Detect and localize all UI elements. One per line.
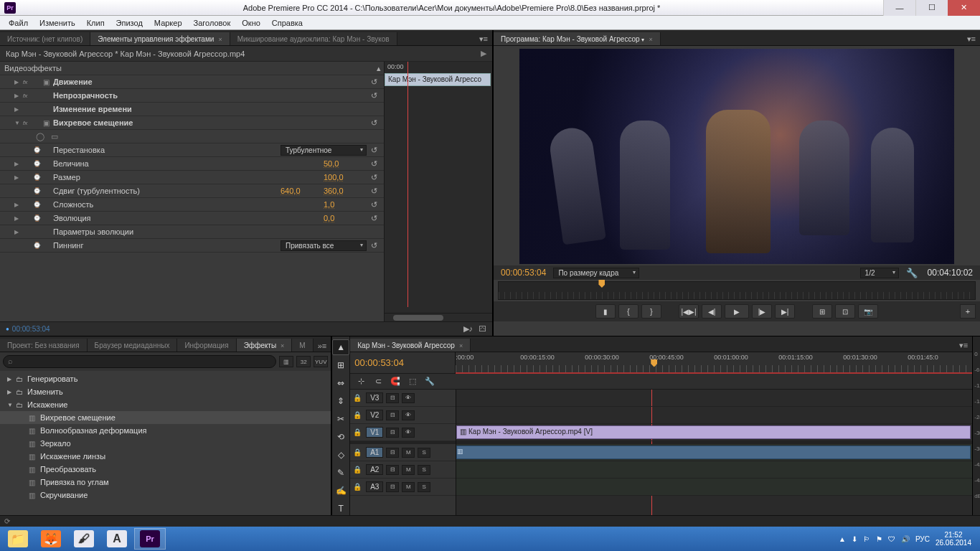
fx-property-row[interactable]: ▶⌚Сложность1,0↺ (0, 198, 384, 212)
tab-media-browser[interactable]: Браузер медиаданных (88, 339, 178, 352)
track-header[interactable]: 🔒A2⊟MS (350, 461, 456, 479)
timeline-lanes[interactable]: ▥ Кар Мэн - Звуковой Агрессор.mp4 [V]▥ (456, 390, 972, 518)
track-lane[interactable]: ▥ Кар Мэн - Звуковой Агрессор.mp4 [V] (456, 424, 972, 441)
fx-property-row[interactable]: ▶⌚Размер100,0↺ (0, 171, 384, 184)
taskbar-clock[interactable]: 21:52 26.06.2014 (936, 531, 971, 547)
tree-item[interactable]: ▶🗀Генерировать (0, 372, 331, 385)
settings-icon[interactable]: 🔧 (423, 376, 436, 387)
fx-property-row[interactable]: ⌚Сдвиг (турбулентность)640,0360,0↺ (0, 184, 384, 198)
pen-tool[interactable]: ◇ (332, 447, 349, 463)
button-editor-icon[interactable]: + (960, 304, 976, 319)
menu-title[interactable]: Заголовок (188, 17, 237, 29)
tab-audio-mixer[interactable]: Микширование аудиоклипа: Кар Мэн - Звуко… (230, 32, 397, 45)
reset-icon[interactable]: ↺ (367, 159, 381, 169)
lock-icon[interactable]: 🔒 (353, 466, 363, 474)
program-scrubber[interactable] (498, 281, 976, 300)
reset-icon[interactable]: ↺ (367, 241, 381, 250)
lock-icon[interactable]: 🔒 (353, 411, 363, 419)
tray-download-icon[interactable]: ⬇ (852, 535, 857, 543)
nest-icon[interactable]: ⊹ (354, 376, 367, 387)
close-icon[interactable]: × (459, 342, 463, 349)
export-frame-button[interactable]: 📷 (858, 304, 878, 319)
fx-mini-timeline[interactable]: 00:00 Кар Мэн - Звуковой Агрессо (384, 62, 492, 321)
track-header[interactable]: 🔒A1⊟MS (350, 444, 456, 461)
tree-item[interactable]: ▶🗀Изменить (0, 385, 331, 398)
extract-button[interactable]: ⊡ (835, 304, 855, 319)
fx-value[interactable]: 360,0 (324, 187, 367, 195)
hand-tool[interactable]: ✎ (332, 465, 349, 481)
32bit-filter-icon[interactable]: 32 (296, 356, 311, 367)
fx-property-row[interactable]: ▶⌚Величина50,0↺ (0, 157, 384, 171)
program-playhead[interactable] (598, 280, 605, 288)
go-to-out-button[interactable]: ▶| (775, 304, 795, 319)
tray-volume-icon[interactable]: 🔊 (901, 535, 910, 543)
eye-icon[interactable]: 👁 (402, 393, 415, 403)
fx-timecode[interactable]: 00:00:53:04 (12, 325, 50, 333)
zoom-fit-dropdown[interactable]: По размеру кадра (553, 268, 639, 278)
tab-project[interactable]: Проект: Без названия (0, 339, 88, 352)
program-video-display[interactable] (519, 49, 954, 264)
program-current-time[interactable]: 00:00:53:04 (498, 267, 549, 278)
fx-property-row[interactable]: ▶⌚Эволюция0,0↺ (0, 212, 384, 225)
zoom-tool[interactable]: ✍ (332, 483, 349, 499)
reset-icon[interactable]: ↺ (367, 214, 381, 223)
go-to-in-button[interactable]: |◀▶| (679, 304, 699, 319)
sync-lock-icon[interactable]: ⊟ (386, 465, 399, 475)
menu-window[interactable]: Окно (236, 17, 266, 29)
panel-menu-icon[interactable]: ▾≡ (963, 33, 980, 45)
rate-stretch-tool[interactable]: ⇕ (332, 393, 349, 409)
tab-sequence[interactable]: Кар Мэн - Звуковой Агрессор× (350, 339, 471, 352)
fx-value[interactable]: 1,0 (324, 200, 367, 209)
fx-value[interactable]: 50,0 (324, 159, 367, 168)
fx-property-row[interactable]: ▼fx▣Вихревое смещение↺ (0, 116, 384, 130)
sync-lock-icon[interactable]: ⊟ (386, 428, 399, 438)
timeline-timecode[interactable]: 00:00:53:04 (354, 357, 455, 368)
fx-value[interactable]: 640,0 (281, 187, 324, 195)
tab-markers[interactable]: М (292, 339, 313, 352)
track-header[interactable]: 🔒V1⊟👁 (350, 424, 456, 441)
menu-marker[interactable]: Маркер (149, 17, 188, 29)
track-select-tool[interactable]: ⊞ (332, 357, 349, 373)
track-header[interactable]: 🔒A3⊟MS (350, 479, 456, 496)
only-keyframes-icon[interactable]: ▶♪ (463, 324, 473, 334)
reset-icon[interactable]: ↺ (367, 91, 381, 100)
sync-lock-icon[interactable]: ⊟ (386, 448, 399, 458)
menu-edit[interactable]: Изменить (34, 17, 81, 29)
reset-icon[interactable]: ↺ (367, 146, 381, 155)
mini-playhead[interactable] (407, 62, 408, 307)
close-button[interactable]: ✕ (948, 0, 980, 16)
close-icon[interactable]: × (218, 36, 222, 43)
language-indicator[interactable]: РУС (915, 535, 930, 543)
fx-value[interactable]: 100,0 (324, 173, 367, 182)
minimize-button[interactable]: — (883, 0, 915, 16)
yuv-filter-icon[interactable]: YUV (314, 356, 328, 367)
menu-sequence[interactable]: Эпизод (110, 17, 149, 29)
ripple-edit-tool[interactable]: ⇔ (332, 375, 349, 391)
close-icon[interactable]: × (281, 342, 284, 349)
chevron-right-icon[interactable]: ▶ (481, 49, 486, 58)
sync-lock-icon[interactable]: ⊟ (386, 482, 399, 492)
fx-value-dropdown[interactable]: Привязать все (281, 240, 367, 251)
fx-property-row[interactable]: ▶Изменение времени (0, 103, 384, 116)
effects-search-input[interactable] (3, 355, 276, 368)
sync-lock-icon[interactable]: ⊟ (386, 410, 399, 420)
tree-item[interactable]: Вихревое смещение (0, 411, 331, 424)
accelerated-filter-icon[interactable]: ▥ (279, 356, 293, 367)
tray-overflow-icon[interactable]: ▲ (839, 535, 846, 543)
taskbar-app-firefox[interactable]: 🦊 (35, 528, 67, 550)
play-button[interactable]: ▶ (725, 304, 749, 319)
effects-tree[interactable]: ▶🗀Генерировать▶🗀Изменить▼🗀ИскажениеВихре… (0, 371, 331, 527)
reset-icon[interactable]: ↺ (367, 173, 381, 182)
wrench-icon[interactable]: 🔧 (906, 268, 918, 278)
lock-icon[interactable]: 🔒 (353, 448, 363, 456)
sync-lock-icon[interactable]: ⊟ (386, 393, 399, 403)
tab-program[interactable]: Программа: Кар Мэн - Звуковой Агрессор ▾… (494, 32, 661, 45)
lift-button[interactable]: ⊞ (812, 304, 832, 319)
fx-property-row[interactable]: ⌚ПиннингПривязать все↺ (0, 239, 384, 253)
fx-property-row[interactable]: ◯ ▭ (0, 130, 384, 143)
tree-item[interactable]: Скручивание (0, 489, 331, 501)
tree-item[interactable]: Привязка по углам (0, 476, 331, 489)
tab-effect-controls[interactable]: Элементы управления эффектами× (90, 32, 230, 45)
track-header[interactable]: 🔒V3⊟👁 (350, 390, 456, 407)
taskbar-app-premiere[interactable]: Pr (134, 528, 166, 550)
